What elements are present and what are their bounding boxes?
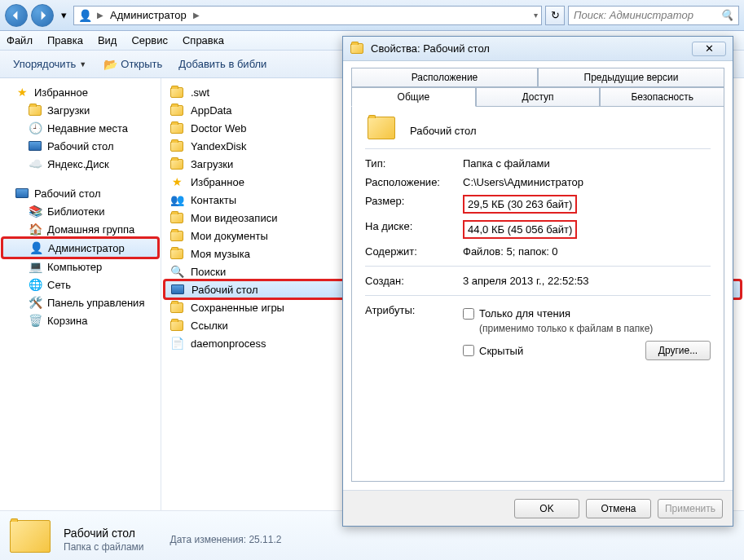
folder-icon (169, 229, 184, 242)
tab-location[interactable]: Расположение (351, 68, 538, 87)
chevron-down-icon[interactable]: ▾ (534, 11, 538, 20)
label-created: Создан: (365, 275, 463, 287)
close-icon: ✕ (705, 42, 714, 55)
hidden-checkbox[interactable] (463, 345, 474, 356)
close-button[interactable]: ✕ (692, 42, 726, 56)
tree-libraries[interactable]: 📚Библиотеки (0, 202, 161, 220)
forward-button[interactable] (31, 4, 54, 27)
homegroup-icon: 🏠 (28, 223, 42, 236)
chevron-right-icon: ▶ (97, 11, 103, 20)
menu-help[interactable]: Справка (183, 34, 224, 46)
label-location: Расположение: (365, 176, 463, 188)
tree-desktop[interactable]: Рабочий стол (0, 137, 161, 155)
folder-large-icon (10, 520, 54, 559)
search-folder-icon: 🔍 (169, 265, 184, 278)
refresh-button[interactable]: ↻ (545, 6, 565, 25)
other-attributes-button[interactable]: Другие... (645, 341, 711, 360)
organize-button[interactable]: Упорядочить▼ (7, 55, 93, 73)
tree-yandex[interactable]: ☁️Яндекс.Диск (0, 155, 161, 173)
computer-icon: 💻 (28, 260, 42, 273)
menu-edit[interactable]: Правка (47, 34, 83, 46)
address-bar-row: ▾ 👤 ▶ Администратор ▶ ▾ ↻ Поиск: Админис… (0, 0, 744, 31)
navigation-tree: ★Избранное Загрузки 🕘Недавние места Рабо… (0, 78, 161, 510)
apply-button[interactable]: Применить (658, 499, 723, 518)
tabs: Расположение Предыдущие версии Общие Дос… (351, 68, 724, 107)
label-attributes: Атрибуты: (365, 304, 463, 364)
search-icon: 🔍 (720, 9, 733, 21)
tree-downloads[interactable]: Загрузки (0, 101, 161, 119)
readonly-note: (применимо только к файлам в папке) (479, 323, 711, 334)
hidden-label: Скрытый (479, 345, 523, 357)
details-name: Рабочий стол (64, 527, 144, 540)
folder-icon (169, 301, 184, 314)
readonly-checkbox[interactable] (463, 308, 474, 320)
open-icon: 📂 (103, 58, 117, 71)
star-icon: ★ (15, 86, 29, 99)
breadcrumb-admin[interactable]: Администратор (108, 9, 188, 21)
chevron-down-icon: ▾ (61, 9, 67, 21)
value-created: 3 апреля 2013 г., 22:52:53 (463, 275, 711, 287)
add-to-library-button[interactable]: Добавить в библи (172, 55, 273, 73)
folder-icon (28, 104, 42, 117)
tree-computer[interactable]: 💻Компьютер (0, 258, 161, 276)
folder-icon (169, 121, 184, 134)
details-type: Папка с файлами (64, 541, 144, 553)
tree-control-panel[interactable]: 🛠️Панель управления (0, 293, 161, 311)
refresh-icon: ↻ (551, 9, 560, 21)
details-modified-label: Дата изменения: (170, 534, 247, 545)
label-contains: Содержит: (365, 245, 463, 258)
folder-icon (169, 86, 184, 99)
breadcrumb-bar[interactable]: 👤 ▶ Администратор ▶ ▾ (73, 6, 542, 25)
folder-icon (169, 104, 184, 117)
dialog-buttons: OK Отмена Применить (343, 490, 733, 526)
contacts-icon: 👥 (169, 193, 184, 206)
search-placeholder: Поиск: Администратор (574, 9, 693, 21)
network-icon: 🌐 (28, 278, 42, 291)
menu-file[interactable]: Файл (7, 34, 33, 46)
tab-access[interactable]: Доступ (476, 87, 601, 107)
open-button[interactable]: 📂Открыть (96, 55, 169, 74)
value-ondisk: 44,0 КБ (45 056 байт) (463, 220, 577, 239)
star-icon: ★ (169, 175, 184, 188)
label-ondisk: На диске: (365, 220, 463, 239)
folder-name-field[interactable]: Рабочий стол (404, 121, 482, 140)
folder-large-icon (365, 121, 398, 134)
recent-icon: 🕘 (28, 121, 42, 134)
dialog-titlebar[interactable]: Свойства: Рабочий стол ✕ (343, 37, 733, 61)
folder-icon (350, 42, 364, 55)
label-size: Размер: (365, 195, 463, 214)
user-icon: 👤 (29, 241, 43, 254)
tree-desktop-root[interactable]: Рабочий стол (0, 184, 161, 202)
ok-button[interactable]: OK (514, 499, 579, 518)
history-dropdown[interactable]: ▾ (57, 4, 70, 27)
menu-service[interactable]: Сервис (131, 34, 168, 46)
tab-content-general: Рабочий стол Тип:Папка с файлами Располо… (351, 106, 724, 482)
folder-icon (169, 157, 184, 170)
tab-previous-versions[interactable]: Предыдущие версии (538, 68, 724, 87)
value-location: C:\Users\Администратор (463, 176, 711, 188)
file-icon: 📄 (169, 337, 184, 350)
label-type: Тип: (365, 157, 463, 170)
tree-favorites[interactable]: ★Избранное (0, 83, 161, 101)
folder-icon (169, 139, 184, 152)
details-modified: 25.11.2 (249, 534, 281, 545)
menu-view[interactable]: Вид (98, 34, 117, 46)
dialog-title: Свойства: Рабочий стол (371, 42, 490, 55)
yandex-icon: ☁️ (28, 157, 42, 170)
folder-icon (169, 247, 184, 260)
search-input[interactable]: Поиск: Администратор 🔍 (568, 6, 739, 25)
value-size: 29,5 КБ (30 263 байт) (463, 195, 577, 214)
libraries-icon: 📚 (28, 205, 42, 218)
tree-recent[interactable]: 🕘Недавние места (0, 119, 161, 137)
cancel-button[interactable]: Отмена (586, 499, 651, 518)
folder-icon (169, 211, 184, 224)
tree-network[interactable]: 🌐Сеть (0, 276, 161, 293)
desktop-icon (15, 187, 29, 200)
tab-security[interactable]: Безопасность (600, 87, 724, 107)
tree-recycle[interactable]: 🗑️Корзина (0, 311, 161, 329)
tree-homegroup[interactable]: 🏠Домашняя группа (0, 220, 161, 238)
value-type: Папка с файлами (463, 157, 711, 170)
tab-general[interactable]: Общие (351, 87, 476, 107)
tree-admin[interactable]: 👤Администратор (2, 238, 158, 258)
back-button[interactable] (5, 4, 28, 27)
